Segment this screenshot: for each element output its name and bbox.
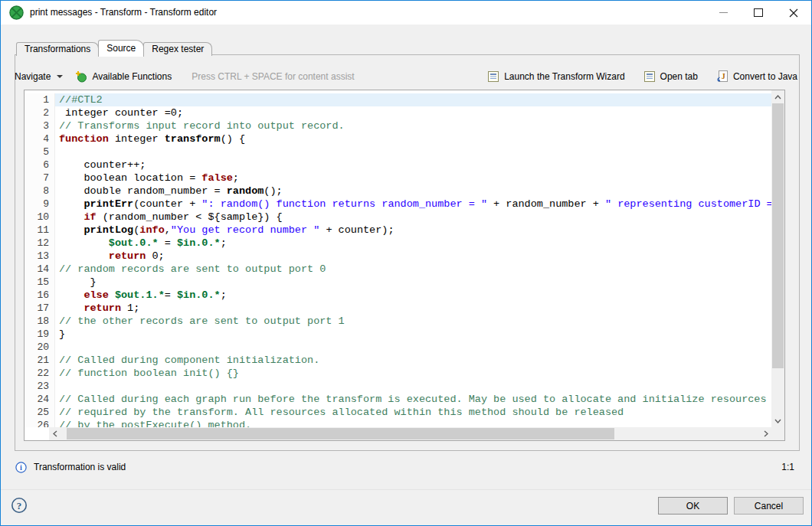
navigate-button[interactable]: Navigate — [11, 70, 66, 83]
vertical-scrollbar[interactable] — [771, 90, 784, 427]
close-button[interactable] — [776, 1, 811, 25]
scroll-down-button[interactable] — [771, 414, 784, 427]
convert-to-java-label: Convert to Java — [733, 71, 797, 82]
line-number: 24 — [25, 393, 55, 406]
minimize-icon — [719, 12, 728, 13]
line-text: // Transforms input record into output r… — [55, 119, 771, 132]
tab-regex-tester[interactable]: Regex tester — [143, 42, 212, 56]
line-number: 7 — [25, 172, 55, 185]
code-line: 22// function boolean init() {} — [25, 367, 771, 380]
code-line: 7 boolean location = false; — [25, 172, 771, 185]
navigate-label: Navigate — [15, 71, 51, 82]
source-editor: 1//#CTL22 integer counter =0;3// Transfo… — [24, 90, 785, 441]
available-functions-button[interactable]: Available Functions — [72, 69, 175, 84]
line-number: 9 — [25, 198, 55, 211]
titlebar: print messages - Transform - Transform e… — [1, 1, 811, 25]
line-number: 15 — [25, 276, 55, 289]
line-number: 6 — [25, 158, 55, 172]
tab-source[interactable]: Source — [98, 40, 144, 57]
convert-to-java-button[interactable]: J Convert to Java — [713, 69, 801, 84]
open-tab-button[interactable]: Open tab — [640, 69, 701, 84]
line-text: // Called during component initializatio… — [55, 354, 771, 367]
line-text — [55, 145, 771, 158]
help-button[interactable]: ? — [11, 497, 28, 514]
horizontal-scroll-thumb[interactable] — [67, 428, 614, 439]
content-assist-hint: Press CTRL + SPACE for content assist — [192, 71, 354, 82]
scroll-right-button[interactable] — [760, 427, 771, 440]
line-number: 12 — [25, 237, 55, 250]
svg-text:?: ? — [17, 500, 22, 511]
code-line: 6 counter++; — [25, 158, 771, 172]
code-line: 11 printLog(info,"You get record number … — [25, 224, 771, 237]
line-text: //#CTL2 — [55, 93, 771, 106]
caption-buttons — [706, 1, 811, 25]
line-text: boolean location = false; — [55, 172, 771, 185]
editor-toolbar: Navigate Available Functions Press CTRL … — [11, 68, 801, 85]
line-number: 19 — [25, 328, 55, 341]
line-number: 13 — [25, 250, 55, 263]
maximize-icon — [754, 8, 763, 17]
code-line: 15 } — [25, 276, 771, 289]
code-line: 19} — [25, 328, 771, 341]
line-number: 10 — [25, 211, 55, 224]
code-line: 8 double random_number = random(); — [25, 185, 771, 198]
code-line: 14// random records are sent to output p… — [25, 263, 771, 276]
minimize-button[interactable] — [706, 1, 741, 25]
line-text: // function boolean init() {} — [55, 367, 771, 380]
code-line: 23 — [25, 380, 771, 393]
convert-to-java-icon: J — [716, 70, 729, 83]
footer-separator — [1, 489, 811, 490]
line-number: 8 — [25, 185, 55, 198]
window-title: print messages - Transform - Transform e… — [30, 1, 217, 25]
code-editor[interactable]: 1//#CTL22 integer counter =0;3// Transfo… — [25, 90, 771, 427]
cancel-button[interactable]: Cancel — [734, 497, 804, 515]
line-text: printErr(counter + ": random() function … — [55, 198, 771, 211]
line-text: // random records are sent to output por… — [55, 263, 771, 276]
chevron-down-icon — [774, 419, 781, 423]
line-text: return 0; — [55, 250, 771, 263]
code-line: 12 $out.0.* = $in.0.*; — [25, 237, 771, 250]
line-number: 26 — [25, 419, 55, 427]
tab-bar: Transformations Source Regex tester — [16, 40, 211, 55]
code-line: 4function integer transform() { — [25, 132, 771, 145]
code-line: 1//#CTL2 — [25, 93, 771, 106]
horizontal-scrollbar[interactable] — [49, 427, 771, 440]
line-number: 16 — [25, 289, 55, 302]
ok-button[interactable]: OK — [658, 497, 728, 515]
maximize-button[interactable] — [741, 1, 776, 25]
launch-wizard-button[interactable]: Launch the Transform Wizard — [484, 69, 627, 84]
tab-transformations[interactable]: Transformations — [16, 42, 99, 56]
line-number: 17 — [25, 302, 55, 315]
scroll-left-button[interactable] — [49, 427, 61, 440]
line-text: counter++; — [55, 158, 771, 172]
chevron-right-icon — [764, 430, 768, 437]
line-text — [55, 380, 771, 393]
line-text — [55, 341, 771, 354]
code-line: 16 else $out.1.*= $in.0.*; — [25, 289, 771, 302]
close-icon — [789, 8, 798, 18]
line-text: else $out.1.*= $in.0.*; — [55, 289, 771, 302]
scroll-up-button[interactable] — [771, 90, 784, 103]
code-line: 24// Called during each graph run before… — [25, 393, 771, 406]
available-functions-label: Available Functions — [92, 71, 172, 82]
code-line: 21// Called during component initializat… — [25, 354, 771, 367]
line-text: function integer transform() { — [55, 132, 771, 145]
transform-editor-dialog: print messages - Transform - Transform e… — [0, 0, 812, 526]
code-line: 17 return 1; — [25, 302, 771, 315]
line-text: // the other records are sent to output … — [55, 315, 771, 328]
vertical-scroll-thumb[interactable] — [772, 103, 784, 368]
line-text: } — [55, 276, 771, 289]
code-line: 13 return 0; — [25, 250, 771, 263]
line-text: integer counter =0; — [55, 106, 771, 119]
chevron-down-icon — [57, 75, 63, 78]
code-line: 10 if (random_number < ${sample}) { — [25, 211, 771, 224]
code-line: 5 — [25, 145, 771, 158]
line-text: if (random_number < ${sample}) { — [55, 211, 771, 224]
info-icon: i — [15, 462, 27, 473]
code-line: 2 integer counter =0; — [25, 106, 771, 119]
line-number: 14 — [25, 263, 55, 276]
line-number: 2 — [25, 106, 55, 119]
line-number: 23 — [25, 380, 55, 393]
svg-text:J: J — [722, 72, 725, 80]
line-number: 5 — [25, 145, 55, 158]
